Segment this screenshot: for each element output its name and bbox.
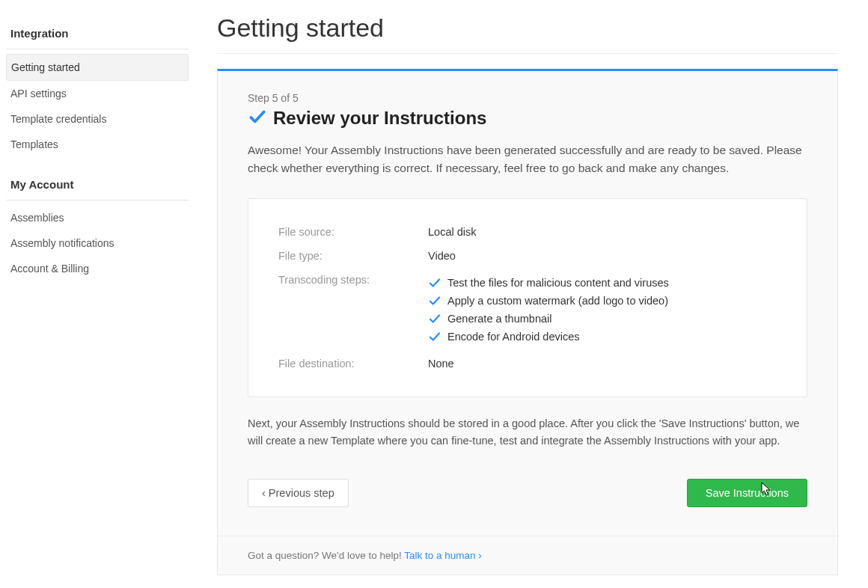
sidebar-section-title: Integration [6, 27, 189, 49]
transcoding-step-label: Test the files for malicious content and… [447, 277, 669, 289]
sidebar-item-getting-started[interactable]: Getting started [6, 54, 189, 81]
sidebar-item-template-credentials[interactable]: Template credentials [6, 106, 189, 132]
check-icon [428, 330, 441, 343]
sidebar-item-label: Assemblies [10, 212, 64, 224]
footer-text: Got a question? We'd love to help! [248, 550, 404, 561]
sidebar-item-templates[interactable]: Templates [6, 132, 189, 157]
transcoding-step-label: Apply a custom watermark (add logo to vi… [447, 295, 668, 307]
sidebar-section-title: My Account [6, 178, 189, 200]
help-footer: Got a question? We'd love to help! Talk … [218, 536, 837, 575]
main-content: Getting started Step 5 of 5 Review your … [195, 0, 868, 588]
check-icon [428, 294, 441, 307]
previous-step-button[interactable]: ‹ Previous step [248, 479, 349, 507]
sidebar-item-label: Assembly notifications [10, 237, 114, 249]
save-instructions-button[interactable]: Save Instructions [687, 479, 807, 507]
step-header: Review your Instructions [248, 107, 807, 129]
review-value: Local disk [428, 226, 476, 238]
review-row-file-type: File type: Video [278, 244, 777, 268]
transcoding-step-label: Encode for Android devices [447, 331, 580, 343]
sidebar-item-label: Account & Billing [10, 263, 89, 275]
sidebar-item-label: API settings [10, 88, 67, 99]
review-label: File destination: [278, 358, 428, 370]
page-title: Getting started [217, 0, 838, 54]
wizard-actions: ‹ Previous step Save Instructions [248, 479, 807, 507]
transcoding-step: Generate a thumbnail [428, 310, 669, 328]
sidebar: Integration Getting started API settings… [0, 0, 195, 588]
sidebar-section-integration: Integration Getting started API settings… [6, 27, 189, 157]
followup-text: Next, your Assembly Instructions should … [248, 415, 807, 449]
step-indicator: Step 5 of 5 [248, 92, 807, 104]
step-title: Review your Instructions [273, 108, 486, 129]
talk-to-human-link[interactable]: Talk to a human › [404, 550, 482, 561]
wizard-card: Step 5 of 5 Review your Instructions Awe… [217, 69, 838, 575]
transcoding-step: Apply a custom watermark (add logo to vi… [428, 292, 669, 310]
sidebar-item-label: Template credentials [10, 113, 106, 125]
review-box: File source: Local disk File type: Video… [248, 198, 807, 397]
sidebar-item-label: Templates [10, 138, 58, 150]
review-value: None [428, 358, 454, 370]
review-row-file-source: File source: Local disk [278, 220, 777, 244]
review-label: File source: [278, 226, 428, 238]
transcoding-step: Encode for Android devices [428, 328, 669, 346]
intro-text: Awesome! Your Assembly Instructions have… [248, 141, 807, 177]
sidebar-item-account-billing[interactable]: Account & Billing [6, 256, 189, 281]
sidebar-item-assembly-notifications[interactable]: Assembly notifications [6, 230, 189, 256]
sidebar-section-my-account: My Account Assemblies Assembly notificat… [6, 178, 189, 281]
review-value: Video [428, 250, 456, 262]
check-icon [428, 312, 441, 325]
transcoding-steps: Test the files for malicious content and… [428, 274, 669, 346]
transcoding-step: Test the files for malicious content and… [428, 274, 669, 292]
check-icon [428, 276, 441, 290]
review-row-file-destination: File destination: None [278, 352, 777, 376]
check-icon [248, 107, 267, 129]
review-row-transcoding: Transcoding steps: Test the files for ma… [278, 268, 777, 352]
review-label: File type: [278, 250, 428, 262]
sidebar-item-api-settings[interactable]: API settings [6, 81, 189, 106]
transcoding-step-label: Generate a thumbnail [447, 313, 551, 325]
review-label: Transcoding steps: [278, 274, 428, 286]
sidebar-item-assemblies[interactable]: Assemblies [6, 205, 189, 230]
sidebar-item-label: Getting started [11, 61, 80, 73]
